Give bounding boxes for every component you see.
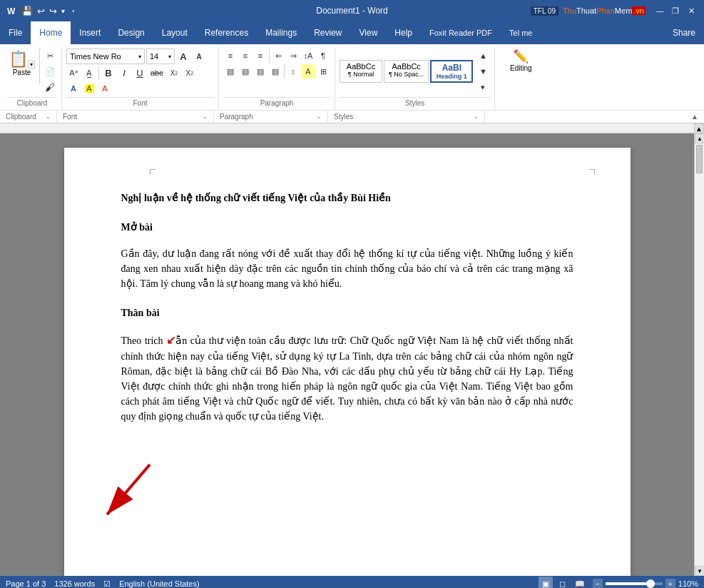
editing-icon: ✏️ (513, 49, 529, 64)
scrollbar-thumb[interactable] (696, 145, 703, 173)
font-case-button[interactable]: Aᵃ (66, 66, 81, 80)
zoom-track[interactable] (606, 582, 663, 585)
copy-button[interactable]: 📄 (43, 64, 57, 78)
status-bar: Page 1 of 3 1326 words ☑ English (United… (0, 576, 704, 588)
title-bar: W 💾 ↩ ↪ ▾ • Document1 - Word TFL 09 ThuT… (0, 0, 704, 21)
shading-button[interactable]: A (301, 64, 315, 78)
menu-insert[interactable]: Insert (71, 21, 109, 44)
separator (98, 66, 99, 80)
menu-references[interactable]: References (196, 21, 257, 44)
scroll-down-button[interactable]: ▼ (695, 566, 704, 576)
menu-design[interactable]: Design (109, 21, 153, 44)
menu-view[interactable]: View (351, 21, 387, 44)
menu-home[interactable]: Home (31, 21, 71, 44)
font-expand[interactable]: Font ⌄ (57, 111, 214, 123)
sort-button[interactable]: ↕A (301, 49, 315, 63)
page-info-text: Page 1 of 3 (6, 579, 46, 588)
menu-review[interactable]: Review (305, 21, 350, 44)
styles-content: AaBbCc ¶ Normal AaBbCc ¶ No Spac... AaBl… (340, 49, 490, 97)
line-spacing-button[interactable]: ↕ (286, 64, 300, 78)
paste-button[interactable]: 📋 ▾ Paste (7, 49, 36, 78)
style-normal-button[interactable]: AaBbCc ¶ Normal (340, 60, 382, 83)
ribbon-labels: Clipboard ⌄ Font ⌄ Paragraph ⌄ Styles ⌄ … (0, 110, 704, 123)
font-size-dropdown[interactable]: 14 ▾ (146, 49, 175, 64)
menu-help[interactable]: Help (386, 21, 421, 44)
v-scrollbar[interactable]: ▲ ▼ (694, 133, 704, 576)
menu-telme[interactable]: Tel me (501, 21, 541, 44)
tfl-badge: TFL 09 (531, 6, 558, 16)
clear-formatting-button[interactable]: A̲ (82, 66, 96, 80)
separator (269, 49, 270, 63)
font-name-dropdown[interactable]: Times New Ro ▾ (66, 49, 145, 64)
align-center-button[interactable]: ▤ (238, 64, 252, 78)
styles-scroll-up[interactable]: ▲ (476, 49, 490, 63)
zoom-thumb[interactable] (646, 579, 655, 588)
ribbon-group-font: Times New Ro ▾ 14 ▾ A A Aᵃ A̲ (62, 47, 219, 110)
bullets-button[interactable]: ≡ (223, 49, 238, 63)
styles-expand[interactable]: Styles ⌄ (328, 111, 485, 123)
red-arrow-annotation (93, 457, 164, 533)
multilevel-list-button[interactable]: ≡ (253, 49, 267, 63)
separator (284, 64, 285, 78)
minimize-button[interactable]: — (653, 4, 667, 18)
clipboard-content: 📋 ▾ Paste ✂ 📄 🖌 (7, 49, 57, 97)
font-row2: Aᵃ A̲ B I U abc X2 X2 (66, 66, 209, 80)
font-color-button[interactable]: A (98, 81, 112, 96)
strikethrough-button[interactable]: abc (148, 66, 165, 80)
style-nospace-button[interactable]: AaBbCc ¶ No Spac... (384, 60, 429, 83)
zoom-in-button[interactable]: + (665, 579, 675, 588)
redo-button[interactable]: ↪ (48, 4, 58, 18)
restore-button[interactable]: ❐ (668, 4, 683, 18)
text-effects-button[interactable]: A (66, 81, 81, 96)
expand-arrow-icon: ⌄ (474, 113, 479, 120)
doc-container: Nghị luận về hệ thống chữ viết tiếng Việ… (0, 133, 704, 576)
web-layout-button[interactable]: ◻ (556, 577, 570, 588)
close-button[interactable]: ✕ (684, 4, 698, 18)
justify-button[interactable]: ▤ (268, 64, 282, 78)
bold-button[interactable]: B (101, 66, 116, 80)
align-right-button[interactable]: ▤ (253, 64, 267, 78)
undo-button[interactable]: ↩ (36, 4, 46, 18)
print-layout-button[interactable]: ▣ (539, 577, 553, 588)
paragraph-label: Paragraph (223, 97, 330, 108)
word-count: 1326 words (54, 579, 95, 588)
clipboard-expand[interactable]: Clipboard ⌄ (0, 111, 57, 123)
style-heading1-button[interactable]: AaBl Heading 1 (430, 60, 473, 83)
styles-more[interactable]: ▾ (476, 80, 490, 94)
decrease-indent-button[interactable]: ⇐ (271, 49, 285, 63)
document-scroll[interactable]: Nghị luận về hệ thống chữ viết tiếng Việ… (0, 133, 694, 576)
italic-button[interactable]: I (117, 66, 131, 80)
menu-file[interactable]: File (0, 21, 31, 44)
superscript-button[interactable]: X2 (183, 66, 197, 80)
menu-foxit[interactable]: Foxit Reader PDF (421, 21, 501, 44)
menu-share[interactable]: Share (664, 21, 704, 44)
decrease-font-button[interactable]: A (192, 49, 206, 64)
align-left-button[interactable]: ▤ (223, 64, 238, 78)
scroll-up-button[interactable]: ▲ (695, 133, 704, 143)
cursor-annotation: ↙ (166, 334, 175, 346)
ribbon-group-clipboard: 📋 ▾ Paste ✂ 📄 🖌 Clipboard (3, 47, 62, 110)
save-button[interactable]: 💾 (20, 4, 34, 18)
show-paragraph-button[interactable]: ¶ (316, 49, 330, 63)
text-highlight-button[interactable]: A (82, 81, 96, 96)
subscript-button[interactable]: X2 (167, 66, 181, 80)
borders-button[interactable]: ⊞ (316, 64, 330, 78)
menu-layout[interactable]: Layout (153, 21, 196, 44)
numbering-button[interactable]: ≡ (238, 49, 252, 63)
format-painter-button[interactable]: 🖌 (43, 80, 57, 94)
collapse-arrow[interactable]: ▲ (685, 111, 704, 123)
paste-label: Paste (13, 69, 31, 76)
menu-mailings[interactable]: Mailings (257, 21, 305, 44)
read-mode-button[interactable]: 📖 (573, 577, 587, 588)
increase-font-button[interactable]: A (176, 49, 190, 64)
zoom-out-button[interactable]: − (593, 579, 603, 588)
paragraph-expand[interactable]: Paragraph ⌄ (214, 111, 328, 123)
close-ribbon-button[interactable]: ▲ (694, 123, 704, 133)
underline-button[interactable]: U (133, 66, 147, 80)
customize-button[interactable]: ▾ (60, 6, 66, 16)
increase-indent-button[interactable]: ⇒ (286, 49, 300, 63)
language-text: English (United States) (119, 579, 200, 588)
styles-scroll-down[interactable]: ▼ (476, 64, 490, 78)
cut-button[interactable]: ✂ (43, 49, 57, 63)
editing-content: ✏️ Editing (499, 49, 542, 97)
